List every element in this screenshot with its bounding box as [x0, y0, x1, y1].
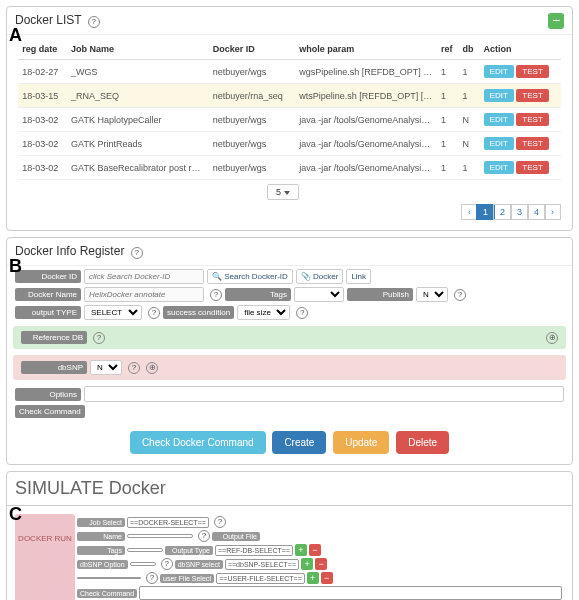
label-output-type: Output Type: [165, 546, 213, 555]
caret-icon: [284, 191, 290, 195]
cell: netbuyer/wgs: [209, 60, 295, 84]
figure-letter-a: A: [9, 25, 22, 46]
simulate-docker-panel: SIMULATE Docker C DOCKER RUN Job Select …: [6, 471, 573, 600]
check-command-field[interactable]: [139, 586, 562, 600]
dbsnp-option-select[interactable]: [130, 562, 156, 566]
docker-list-panel: Docker LIST ? − A reg dateJob NameDocker…: [6, 6, 573, 231]
column-header[interactable]: reg date: [18, 39, 67, 60]
label-reference-db: Reference DB: [21, 331, 87, 344]
add-icon[interactable]: +: [295, 544, 307, 556]
update-button[interactable]: Update: [333, 431, 389, 454]
ref-db-select[interactable]: ==REF-DB-SELECT==: [215, 545, 293, 556]
label-docker-name: Docker Name: [15, 288, 81, 301]
help-icon[interactable]: ?: [198, 530, 210, 542]
success-condition-select[interactable]: file size: [237, 305, 290, 320]
cell: GATK HaplotypeCaller: [67, 108, 209, 132]
edit-button[interactable]: EDIT: [484, 113, 514, 126]
delete-button[interactable]: Delete: [396, 431, 449, 454]
test-button[interactable]: TEST: [516, 65, 548, 78]
remove-icon[interactable]: −: [309, 544, 321, 556]
help-icon[interactable]: ?: [161, 558, 173, 570]
docker-link-button[interactable]: 📎 Docker: [296, 269, 344, 284]
help-icon[interactable]: ?: [214, 516, 226, 528]
publish-select[interactable]: N: [416, 287, 448, 302]
add-icon[interactable]: ⊕: [146, 362, 158, 374]
cell: GATK PrintReads: [67, 132, 209, 156]
label-check-command: Check Command: [77, 589, 137, 598]
docker-run-box[interactable]: DOCKER RUN: [15, 514, 75, 600]
column-header[interactable]: Job Name: [67, 39, 209, 60]
column-header[interactable]: Action: [480, 39, 561, 60]
help-icon[interactable]: ?: [93, 332, 105, 344]
pagination: ‹1234›: [7, 200, 572, 230]
cell: 1: [437, 132, 459, 156]
dbsnp-select[interactable]: N: [90, 360, 122, 375]
tags-select[interactable]: [127, 548, 163, 552]
dbsnp-select[interactable]: ==dbSNP-SELECT==: [225, 559, 299, 570]
label-check-command: Check Command: [15, 405, 85, 418]
page-link[interactable]: ›: [544, 204, 561, 220]
test-button[interactable]: TEST: [516, 161, 548, 174]
table-row: 18-03-02GATK PrintReadsnetbuyer/wgsjava …: [18, 132, 560, 156]
edit-button[interactable]: EDIT: [484, 137, 514, 150]
cell: 18-03-15: [18, 84, 67, 108]
help-icon[interactable]: ?: [296, 307, 308, 319]
tags-select[interactable]: [294, 287, 344, 302]
cell: N: [459, 132, 480, 156]
collapse-button[interactable]: −: [548, 13, 564, 29]
label-success-condition: success condition: [163, 306, 234, 319]
edit-button[interactable]: EDIT: [484, 161, 514, 174]
help-icon[interactable]: ?: [88, 16, 100, 28]
label-publish: Publish: [347, 288, 413, 301]
add-icon[interactable]: ⊕: [546, 332, 558, 344]
edit-button[interactable]: EDIT: [484, 65, 514, 78]
help-icon[interactable]: ?: [148, 307, 160, 319]
job-select[interactable]: ==DOCKER-SELECT==: [127, 517, 209, 528]
help-icon[interactable]: ?: [210, 289, 222, 301]
test-button[interactable]: TEST: [516, 113, 548, 126]
cell: netbuyer/wgs: [209, 156, 295, 180]
label-user-file: user File Select: [160, 574, 214, 583]
cell: 18-02-27: [18, 60, 67, 84]
cell: 1: [459, 84, 480, 108]
label-options: Options: [15, 388, 81, 401]
panel-title: Docker Info Register ?: [7, 238, 572, 266]
output-type-select[interactable]: SELECT: [84, 305, 142, 320]
search-docker-id-button[interactable]: 🔍 Search Docker-ID: [207, 269, 293, 284]
remove-icon[interactable]: −: [321, 572, 333, 584]
help-icon[interactable]: ?: [146, 572, 158, 584]
help-icon[interactable]: ?: [131, 247, 143, 259]
title-text: Docker LIST: [15, 13, 81, 27]
column-header[interactable]: ref: [437, 39, 459, 60]
help-icon[interactable]: ?: [128, 362, 140, 374]
test-button[interactable]: TEST: [516, 89, 548, 102]
link-button[interactable]: Link: [346, 269, 371, 284]
check-docker-command-button[interactable]: Check Docker Command: [130, 431, 266, 454]
test-button[interactable]: TEST: [516, 137, 548, 150]
create-button[interactable]: Create: [272, 431, 326, 454]
column-header[interactable]: Docker ID: [209, 39, 295, 60]
docker-id-input[interactable]: [84, 269, 204, 284]
label-output-type: output TYPE: [15, 306, 81, 319]
page-size-selector[interactable]: 5: [7, 184, 572, 200]
help-icon[interactable]: ?: [454, 289, 466, 301]
cell: wgsPipeline.sh [REFDB_OPT] [DB_OPT] [U…: [295, 60, 437, 84]
cell: wtsPipeline.sh [REFDB_OPT] [DB_OPT] [U…: [295, 84, 437, 108]
edit-button[interactable]: EDIT: [484, 89, 514, 102]
docker-name-input[interactable]: [84, 287, 204, 302]
cell: 1: [437, 84, 459, 108]
remove-icon[interactable]: −: [315, 558, 327, 570]
add-icon[interactable]: +: [301, 558, 313, 570]
user-file-select[interactable]: ==USER-FILE-SELECT==: [216, 573, 304, 584]
cell: 1: [437, 108, 459, 132]
cell: java -jar /tools/GenomeAnalysisTK.jar -T…: [295, 132, 437, 156]
docker-list-table: reg dateJob NameDocker IDwhole paramrefd…: [18, 39, 560, 180]
cell: java -jar /tools/GenomeAnalysisTK.jar -T…: [295, 108, 437, 132]
cell: _RNA_SEQ: [67, 84, 209, 108]
add-icon[interactable]: +: [307, 572, 319, 584]
column-header[interactable]: db: [459, 39, 480, 60]
cell: 18-03-02: [18, 132, 67, 156]
cell: netbuyer/wgs: [209, 132, 295, 156]
column-header[interactable]: whole param: [295, 39, 437, 60]
options-input[interactable]: [84, 386, 564, 402]
